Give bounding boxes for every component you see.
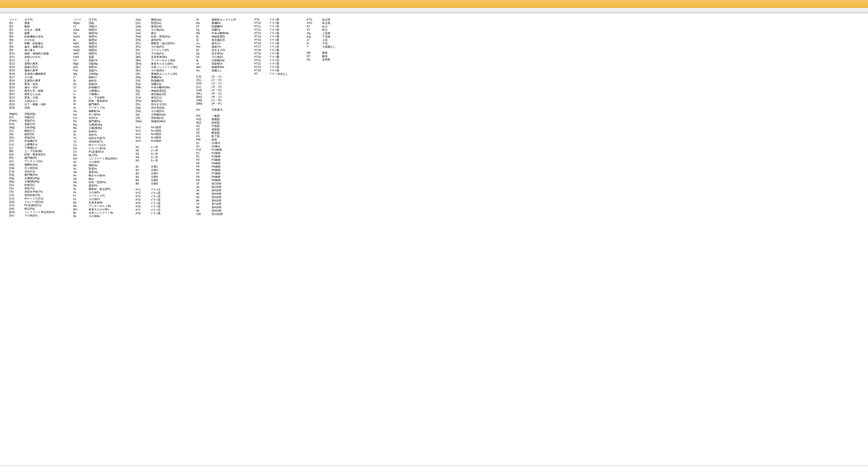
table-row: Emコンクリート埋込部Em [73,157,120,160]
table-row: (Gb)ゲルバー部(Gb) [9,200,57,204]
code-cell: ⑪8 [9,45,24,48]
label-cell: 分類1 [151,165,180,168]
label-cell: 側壁Ac [89,66,120,69]
label-cell: 異常なたわみ [24,93,57,96]
drawings-table: IPZ一般図SSZ損傷図BZZ部材図HZ平面図SZ側面図DZ断面図KS桁下面RM… [196,114,239,216]
table-row: Fxb底版Fx [73,69,120,72]
label-cell: 写真番号- [212,108,239,111]
code-cell: (Gf) [135,79,151,82]
table-row: Rg主構(桁)Rg [73,123,120,127]
code-cell: P4 [196,162,212,165]
label-cell: 高欄(Ra) [151,76,180,79]
table-row: (Ip)点検施設(Ip) [135,113,180,116]
code-cell: Dr [196,48,212,52]
code-cell: (Sa) [9,163,24,166]
label-cell: 第4径間 [212,192,239,196]
label-cell: アンカーボルトBa [89,204,120,208]
code-cell: PT14 [254,35,270,38]
code-cell: Sx [73,160,89,164]
label-cell: 補剛桁(Sa) [24,163,57,166]
table-row: Ra高欄Ra [196,22,239,25]
table-row: FfフーチングFf [73,194,120,198]
table-row: ⑪25沈下・移動・傾斜 [9,103,57,106]
code-cell: (Bt) [9,149,24,153]
table-row: Bxその他Bx [73,214,120,218]
code-cell: (Pw) [135,35,151,38]
code-cell: (Pp) [9,207,24,210]
code-cell: (Cn) [9,204,24,207]
label-cell: P3橋脚 [212,158,239,162]
table-row: Ts塔柱Ts [73,133,120,137]
label-cell: ゆるみ・脱落 [24,28,57,32]
table-row: PT12ﾊﾟﾀｰﾝ⑫ [254,28,291,32]
label-cell: 横桁(Cr) [24,129,57,133]
code-cell: (Fg) [135,82,151,86]
code-cell: Mgbx [73,22,89,25]
table-row: Th塔部水平材Th [73,137,120,140]
code-cell: (MM) [196,102,212,105]
code-cell: 9K [196,209,212,212]
table-row: PT13ﾊﾟﾀｰﾝ⑬ [254,32,291,35]
label-cell: 沓座モルタル(Bm) [151,62,180,66]
table-row: Pxその他Px [73,191,120,194]
label-cell: 隅角部・接合部Pc [89,188,120,191]
label-cell: 変形・欠損 [24,96,57,99]
label-cell: 下横構Ll [89,93,120,96]
table-row: A2bx側壁02 [73,45,120,48]
code-cell: (Ut) [135,116,151,120]
code-cell: DZ [196,131,212,135]
table-row: PT19ﾊﾟﾀｰﾝ⑲ [254,52,291,55]
label-cell: 頂版 [89,22,120,25]
code-cell: Bx [73,214,89,218]
label-cell: 分類3 [151,172,180,175]
code-cell: Sa [73,109,89,113]
table-row: SZ側面図 [196,128,239,131]
label-cell: 点検施設(Ip) [151,113,180,116]
label-cell: 梁部(Pb) [151,38,180,42]
code-cell: Bc [73,211,89,214]
table-row: (Ba)アンカーボルト(Ba) [135,59,180,62]
code-cell: N1 [135,145,151,149]
code-cell: P7 [196,172,212,175]
label-cell: 補剛桁Sa [89,109,120,113]
label-cell: 舗装(Pm) [151,99,180,103]
code-cell: (Sf) [135,72,151,76]
code-cell: ⑪6 [9,38,24,42]
table-row: Fxbx底版 [73,55,120,59]
label-cell: 排水管Dp [212,52,239,55]
label-cell: 床版Ds [89,82,120,86]
table-row: PT6ﾊﾟﾀｰﾝ⑥ [135,205,180,208]
label-cell: 橋台 [151,32,180,35]
table-row: HZ平面図 [196,125,239,128]
table-row: CnPC定着部Cn [73,150,120,154]
label-cell: ゲルバー部(Gb) [24,200,57,204]
code-cell: Si [196,38,212,42]
code-cell: DS [307,58,322,61]
table-row: (Ar)アーチリブ(Ar) [9,160,57,163]
label-cell: 縁石Cu [212,42,239,45]
label-cell: 柱部・壁部Pw [89,181,120,184]
code-cell: (MS) [196,95,212,99]
code-cell: (Ca) [9,170,24,173]
code-cell: (Ff) [135,48,151,52]
code-cell: ⑪1 [9,22,24,25]
code-cell: N5 [135,159,151,162]
table-row: (Rg)主構(桁)(Rg) [9,177,57,180]
table-row: Pic-写真番号- [196,108,239,111]
table-row: Pm舗装Pm [196,45,239,48]
code-cell: Ar [73,106,89,109]
label-cell: 補修・補強材の損傷 [24,52,57,55]
label-cell: 起点 [322,25,338,28]
table-row: Bm沓座モルタルBm [73,208,120,211]
code-cell: P3 [196,158,212,162]
table-row: (Ra)高欄(Ra) [135,76,180,79]
label-cell: 塔部斜材(Td) [24,194,57,197]
label-cell: ひびわれ [24,38,57,42]
code-cell: 3K [196,189,212,192]
table-row: (Aa)橋台 [135,32,180,35]
label-cell: 沈下・移動・傾斜 [24,103,57,106]
table-row: 9K第9径間 [196,209,239,212]
code-cell: Iw [73,38,89,42]
table-row: (Ca)支柱(Ca) [9,170,57,173]
table-row: Sxその他Sx [73,160,120,164]
